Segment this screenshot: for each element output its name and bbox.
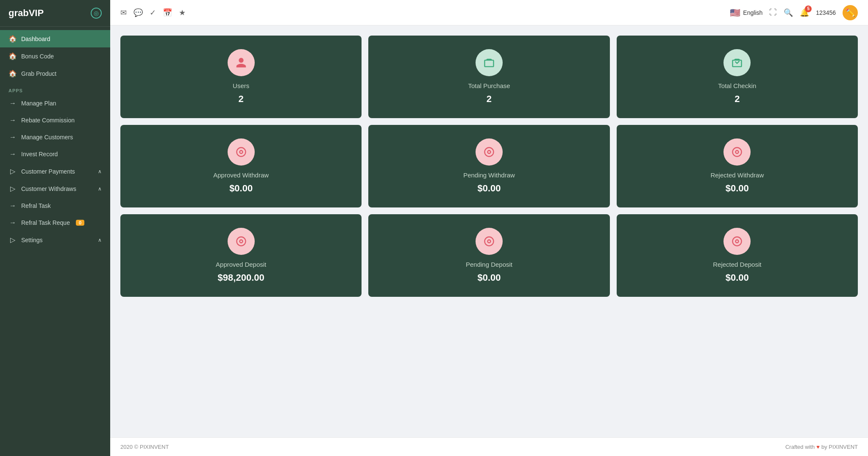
approved-deposit-value: $98,200.00 [218, 272, 264, 283]
sidebar-item-label: Grab Product [21, 70, 56, 77]
svg-point-4 [733, 148, 742, 157]
footer-right: Crafted with ♥ by PIXINVENT [785, 444, 858, 450]
svg-point-11 [736, 240, 739, 243]
chevron-down-icon: ∧ [98, 186, 102, 192]
footer-crafted-suffix: by PIXINVENT [821, 444, 858, 450]
sidebar: grabVIP ◎ 🏠 Dashboard 🏠 Bonus Code 🏠 Gra… [0, 0, 110, 456]
approved-withdraw-icon-circle [228, 138, 255, 166]
grab-product-icon: 🏠 [8, 69, 17, 77]
footer-copyright: 2020 © PIXINVENT [120, 444, 169, 450]
fullscreen-icon[interactable]: ⛶ [769, 8, 777, 17]
svg-point-10 [733, 237, 742, 246]
chat-icon[interactable]: 💬 [134, 8, 143, 17]
total-checkin-icon-circle [723, 49, 751, 76]
user-icon [235, 57, 247, 69]
svg-point-0 [236, 148, 245, 157]
sidebar-item-label: Dashboard [21, 36, 50, 42]
user-avatar[interactable]: ✏️ [843, 5, 858, 20]
rejected-deposit-value: $0.00 [726, 272, 749, 283]
sidebar-item-label: Refral Task Reque [21, 219, 70, 226]
manage-plan-icon: → [8, 99, 17, 107]
stat-card-users: Users 2 [120, 36, 362, 118]
notification-bell-container: 🔔 5 [800, 8, 809, 17]
svg-point-8 [484, 237, 493, 246]
briefcase-icon [483, 57, 495, 69]
approved-withdraw-value: $0.00 [229, 183, 253, 194]
sidebar-item-label: Settings [21, 237, 43, 243]
referral-task-req-icon: → [8, 219, 17, 227]
referral-task-req-badge: 0 [76, 220, 84, 226]
pending-withdraw-icon [483, 146, 495, 158]
topbar: ✉ 💬 ✓ 📅 ★ 🇺🇸 English ⛶ 🔍 🔔 5 123456 ✏️ [110, 0, 868, 25]
sidebar-item-customer-withdraws[interactable]: ▷ Customer Withdraws ∧ [0, 180, 110, 197]
main-area: ✉ 💬 ✓ 📅 ★ 🇺🇸 English ⛶ 🔍 🔔 5 123456 ✏️ [110, 0, 868, 456]
withdraw-icon [235, 146, 247, 158]
approved-deposit-icon-circle [228, 228, 255, 255]
language-selector[interactable]: 🇺🇸 English [730, 8, 762, 18]
invest-record-icon: → [8, 150, 17, 158]
star-icon[interactable]: ★ [179, 8, 186, 17]
sidebar-item-customer-payments[interactable]: ▷ Customer Payments ∧ [0, 163, 110, 180]
svg-point-3 [487, 151, 490, 154]
rejected-deposit-icon [731, 235, 743, 247]
approved-deposit-icon [235, 235, 247, 247]
sidebar-item-label: Manage Plan [21, 100, 56, 107]
mail-icon[interactable]: ✉ [120, 8, 127, 17]
sidebar-item-bonus-code[interactable]: 🏠 Bonus Code [0, 47, 110, 65]
pending-withdraw-label: Pending Withdraw [463, 171, 515, 179]
stat-card-rejected-deposit: Rejected Deposit $0.00 [617, 214, 858, 297]
calendar-icon[interactable]: 📅 [163, 8, 172, 17]
sidebar-item-label: Invest Record [21, 151, 58, 158]
user-id: 123456 [816, 9, 836, 16]
sidebar-item-label: Bonus Code [21, 53, 54, 60]
notification-badge: 5 [805, 6, 812, 12]
svg-point-7 [239, 240, 242, 243]
users-value: 2 [239, 94, 244, 105]
apps-section-label: APPS [0, 82, 110, 95]
sidebar-item-settings[interactable]: ▷ Settings ∧ [0, 231, 110, 249]
stat-card-pending-withdraw: Pending Withdraw $0.00 [368, 125, 609, 207]
sidebar-item-dashboard[interactable]: 🏠 Dashboard [0, 30, 110, 47]
check-icon[interactable]: ✓ [150, 8, 156, 17]
sidebar-logo: grabVIP ◎ [0, 0, 110, 27]
referral-task-icon: → [8, 202, 17, 210]
search-icon[interactable]: 🔍 [784, 8, 793, 17]
settings-icon: ▷ [8, 236, 17, 244]
approved-deposit-label: Approved Deposit [216, 261, 266, 268]
customer-payments-icon: ▷ [8, 167, 17, 175]
sidebar-item-rebate-commission[interactable]: → Rebate Commission [0, 112, 110, 129]
pending-deposit-icon [483, 235, 495, 247]
pending-deposit-label: Pending Deposit [466, 261, 512, 268]
sidebar-item-manage-plan[interactable]: → Manage Plan [0, 95, 110, 112]
pending-withdraw-value: $0.00 [477, 183, 501, 194]
sidebar-nav: 🏠 Dashboard 🏠 Bonus Code 🏠 Grab Product … [0, 27, 110, 456]
logo-icon[interactable]: ◎ [91, 8, 102, 19]
stats-grid: Users 2 Total Purchase 2 Total Checkin 2 [120, 36, 858, 297]
sidebar-item-invest-record[interactable]: → Invest Record [0, 146, 110, 163]
sidebar-item-grab-product[interactable]: 🏠 Grab Product [0, 65, 110, 82]
pending-deposit-icon-circle [476, 228, 503, 255]
sidebar-item-referral-task[interactable]: → Refral Task [0, 197, 110, 214]
rejected-withdraw-icon-circle [723, 138, 751, 166]
dashboard-icon: 🏠 [8, 35, 17, 43]
svg-point-6 [236, 237, 245, 246]
sidebar-item-manage-customers[interactable]: → Manage Customers [0, 129, 110, 146]
users-label: Users [233, 82, 249, 89]
flag-icon: 🇺🇸 [730, 8, 740, 18]
footer-crafted-prefix: Crafted with [785, 444, 815, 450]
stat-card-approved-deposit: Approved Deposit $98,200.00 [120, 214, 362, 297]
sidebar-item-referral-task-req[interactable]: → Refral Task Reque 0 [0, 214, 110, 231]
svg-point-1 [239, 151, 242, 154]
rejected-withdraw-icon [731, 146, 743, 158]
bonus-code-icon: 🏠 [8, 52, 17, 60]
rejected-deposit-label: Rejected Deposit [713, 261, 761, 268]
manage-customers-icon: → [8, 133, 17, 141]
topbar-nav-icons: ✉ 💬 ✓ 📅 ★ [120, 8, 723, 17]
approved-withdraw-label: Approved Withdraw [213, 171, 269, 179]
footer: 2020 © PIXINVENT Crafted with ♥ by PIXIN… [110, 437, 868, 456]
stat-card-total-checkin: Total Checkin 2 [617, 36, 858, 118]
stat-card-approved-withdraw: Approved Withdraw $0.00 [120, 125, 362, 207]
total-purchase-value: 2 [487, 94, 492, 105]
rejected-deposit-icon-circle [723, 228, 751, 255]
total-checkin-value: 2 [734, 94, 740, 105]
